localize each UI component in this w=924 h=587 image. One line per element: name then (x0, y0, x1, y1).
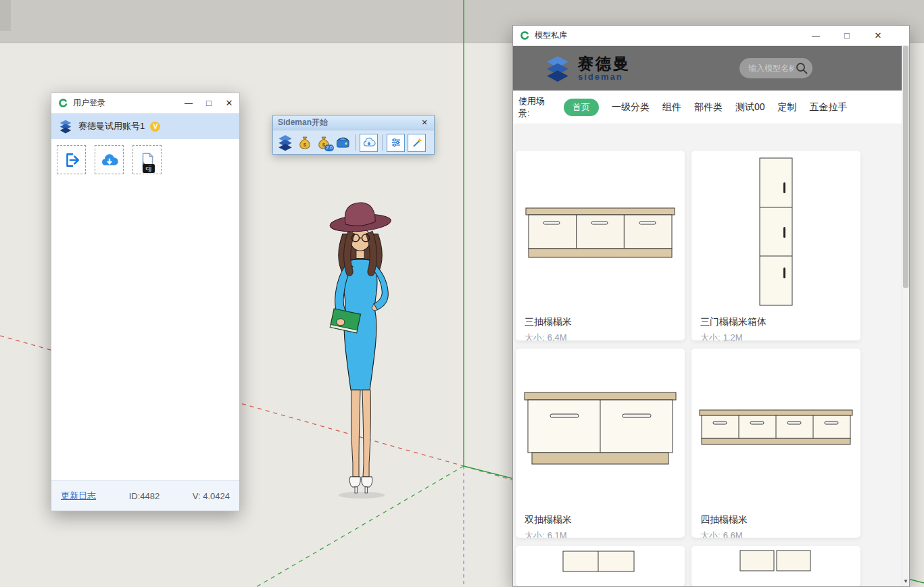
tab-level1-category[interactable]: 一级分类 (612, 101, 650, 113)
model-card[interactable]: 双抽榻榻米 大小:6.1M (516, 349, 685, 538)
login-toolbar: cjj (51, 139, 239, 180)
tab-home[interactable]: 首页 (564, 99, 599, 116)
model-thumbnail (516, 349, 685, 511)
model-card[interactable]: 四抽榻榻米 大小:6.6M (691, 349, 860, 538)
login-body (51, 180, 239, 480)
tab-parts[interactable]: 部件类 (694, 101, 723, 113)
minimize-icon[interactable]: — (178, 93, 199, 113)
magic-wand-icon (411, 136, 423, 149)
file-tag-label: cjj (142, 164, 155, 173)
library-window-title: 模型私库 (535, 30, 806, 41)
logout-button[interactable] (57, 145, 86, 174)
sliders-icon (390, 136, 402, 149)
brand-name: 赛德曼 (578, 55, 631, 72)
sketchup-viewport: 用户登录 — □ ✕ 赛德曼试用账号1 V (0, 0, 924, 587)
model-card[interactable]: 三门榻榻米箱体 大小:1.2M (691, 151, 860, 340)
moneybag-icon (297, 134, 313, 151)
close-icon[interactable]: ✕ (868, 26, 888, 45)
brand: 赛德曼 sideman (543, 54, 631, 82)
tab-hardware-handles[interactable]: 五金拉手 (810, 101, 848, 113)
model-size: 大小:6.1M (516, 527, 685, 538)
start-toolbar-title: Sideman开始 (278, 117, 420, 128)
tab-components[interactable]: 组件 (662, 101, 681, 113)
sideman-logo-button[interactable] (276, 134, 294, 151)
model-thumbnail (516, 151, 685, 313)
sideman-start-toolbar: Sideman开始 ✕ 2.0 (272, 115, 435, 155)
cloud-download-button[interactable] (95, 145, 124, 174)
cjj-file-button[interactable]: cjj (132, 145, 162, 174)
model-thumbnail (691, 546, 860, 586)
model-title: 四抽榻榻米 (691, 511, 860, 527)
start-toolbar-body: 2.0 (273, 130, 434, 155)
scene-filter-label: 使用场景: (518, 95, 551, 119)
changelog-link[interactable]: 更新日志 (61, 490, 96, 502)
model-grid: 三抽榻榻米 大小:6.4M (513, 124, 902, 586)
magic-wand-button[interactable] (408, 134, 426, 152)
sketchup-logo-icon (57, 98, 68, 109)
login-titlebar[interactable]: 用户登录 — □ ✕ (51, 93, 239, 113)
brand-subtitle: sideman (578, 72, 631, 82)
moneybag-button[interactable] (297, 134, 313, 151)
model-thumbnail (691, 151, 860, 313)
account-row[interactable]: 赛德曼试用账号1 V (51, 113, 239, 139)
scrollbar[interactable]: ▼ (902, 46, 909, 586)
model-size: 大小:1.2M (691, 329, 860, 340)
login-window-title: 用户登录 (73, 97, 178, 109)
moneybag-v2-button[interactable]: 2.0 (316, 134, 332, 151)
maximize-icon[interactable]: □ (199, 93, 219, 113)
cloud-download-icon (100, 151, 119, 170)
sideman-logo-icon (543, 54, 572, 82)
wallet-button[interactable] (335, 134, 351, 151)
start-toolbar-titlebar[interactable]: Sideman开始 ✕ (273, 116, 434, 130)
tab-test00[interactable]: 测试00 (735, 101, 765, 113)
close-icon[interactable]: ✕ (219, 93, 239, 113)
model-title: 三抽榻榻米 (516, 313, 685, 329)
login-footer: 更新日志 ID:4482 V: 4.0424 (51, 480, 239, 511)
vip-badge: V (150, 122, 160, 132)
tab-custom[interactable]: 定制 (778, 101, 797, 113)
version-label: V: 4.0424 (193, 491, 230, 501)
model-card[interactable] (691, 546, 860, 586)
scrollbar-thumb[interactable] (903, 46, 908, 288)
maximize-icon[interactable]: □ (837, 26, 857, 45)
model-size: 大小:6.4M (516, 329, 685, 340)
category-tabs: 使用场景: 首页 一级分类 组件 部件类 测试00 定制 五金拉手 (513, 91, 902, 124)
model-thumbnail (516, 546, 685, 586)
version-badge: 2.0 (324, 145, 334, 151)
model-card[interactable]: 三抽榻榻米 大小:6.4M (516, 151, 685, 340)
user-id: ID:4482 (129, 491, 160, 501)
library-header: 赛德曼 sideman (513, 46, 902, 91)
sideman-logo-icon (276, 134, 294, 151)
settings-list-button[interactable] (387, 134, 405, 152)
scroll-down-icon[interactable]: ▼ (902, 576, 909, 586)
library-titlebar[interactable]: 模型私库 — □ ✕ (513, 26, 909, 46)
logout-icon (63, 151, 80, 169)
model-library-window: 模型私库 — □ ✕ 赛德曼 sideman (512, 25, 910, 587)
close-icon[interactable]: ✕ (420, 118, 429, 127)
model-title: 双抽榻榻米 (516, 511, 685, 527)
person-model (296, 195, 422, 500)
account-name: 赛德曼试用账号1 (78, 120, 145, 132)
cloud-icon (362, 136, 376, 149)
sketchup-logo-icon (519, 30, 530, 41)
search-icon[interactable] (795, 61, 808, 75)
wallet-icon (335, 134, 351, 151)
sideman-logo-icon (58, 119, 73, 134)
toolbar-divider (382, 134, 383, 151)
toolbar-divider (355, 134, 356, 151)
model-size: 大小:6.6M (691, 527, 860, 538)
login-window: 用户登录 — □ ✕ 赛德曼试用账号1 V (51, 93, 240, 511)
minimize-icon[interactable]: — (806, 26, 826, 45)
model-title: 三门榻榻米箱体 (691, 313, 860, 329)
model-thumbnail (691, 349, 860, 511)
model-card[interactable] (516, 546, 685, 586)
cloud-sync-button[interactable] (360, 134, 378, 152)
